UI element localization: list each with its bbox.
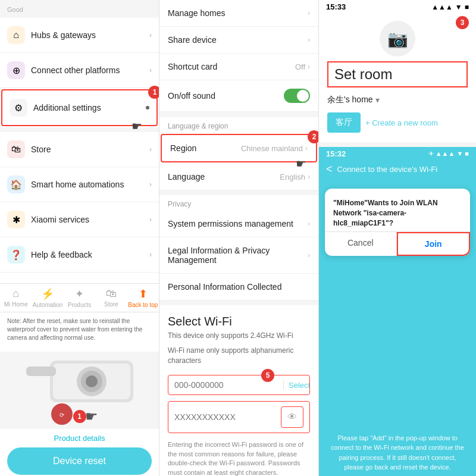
wifi-inputs: Select 5 👁	[159, 370, 318, 438]
region-row[interactable]: Region Chinese mainland › 2 ☛	[161, 134, 317, 162]
connect-header: < Connect to the device's Wi-Fi	[319, 161, 476, 181]
on-off-sound-row[interactable]: On/off sound	[159, 80, 318, 112]
room-button[interactable]: 客厅	[327, 112, 361, 133]
join-button[interactable]: Join	[397, 232, 471, 256]
nav-back-top[interactable]: ⬆ Back to top	[127, 287, 159, 308]
wifi-name-row[interactable]: Select	[168, 375, 310, 395]
language-value: English	[280, 173, 305, 181]
signal-icon: ▲▲▲	[431, 3, 453, 11]
help-icon: ❓	[7, 246, 25, 264]
language-section: Language & region Region Chinese mainlan…	[159, 117, 318, 190]
chevron-icon: ›	[305, 144, 308, 152]
back-top-label: Back to top	[128, 302, 158, 308]
dialog-title: "MiHome"Wants to Join WLAN Network "isa-…	[333, 198, 462, 228]
wifi-desc2: Wi-Fi name only supports alphanumeric ch…	[159, 346, 318, 371]
badge-4: 1	[73, 410, 86, 423]
legal-info-label: Legal Information & Privacy Management	[168, 246, 308, 265]
wifi-desc1: This device only supports 2.4GHz Wi-Fi	[159, 331, 318, 346]
connect-title: Connect to the device's Wi-Fi	[337, 165, 438, 174]
sidebar-item-additional[interactable]: ⚙ Additional settings 1 ☛	[1, 89, 158, 126]
divider	[159, 300, 318, 305]
sidebar-item-xiaomi[interactable]: ✱ Xiaomi services ›	[0, 202, 159, 237]
set-room-panel: 15:33 ▲▲▲ ▼ ■ 📷 3 Set room 余生's home ▾	[319, 0, 476, 142]
shortcut-card-row[interactable]: Shortcut card Off ›	[159, 54, 318, 80]
connect-wifi-panel: 15:32 ✈ ▲▲▲ ▼ ■ < Connect to the device'…	[319, 147, 476, 476]
products-label: Products	[68, 302, 91, 308]
wifi-name-input[interactable]	[174, 380, 278, 390]
chevron-icon: ›	[308, 9, 310, 17]
help-label: Help & feedback	[31, 250, 149, 259]
nav-automation[interactable]: ⚡ Automation	[32, 287, 63, 308]
wifi-pass-row[interactable]: 👁	[168, 401, 310, 433]
svg-rect-5	[26, 367, 56, 376]
wifi-hint: Entering the incorrect Wi-Fi password is…	[159, 438, 318, 476]
smart-home-label: Smart home automations	[31, 180, 149, 189]
camera-image-area: ⟳ ☛ 1	[0, 352, 159, 429]
nav-mi-home[interactable]: ⌂ Mi Home	[0, 287, 32, 308]
share-device-row[interactable]: Share device ›	[159, 27, 318, 54]
on-off-toggle[interactable]	[284, 89, 310, 103]
legal-info-row[interactable]: Legal Information & Privacy Management ›	[159, 237, 318, 274]
manage-homes-row[interactable]: Manage homes ›	[159, 0, 318, 27]
nav-store[interactable]: 🛍 Store	[95, 287, 127, 308]
reset-section: Note: After the reset, make sure to rein…	[0, 312, 159, 352]
region-value: Chinese mainland	[241, 144, 303, 153]
device-camera-icon: 📷	[380, 21, 415, 57]
settings-icon: ⚙	[10, 99, 27, 117]
camera-icon-row: 📷 3	[319, 14, 476, 61]
connect-label: Connect other platforms	[31, 65, 149, 75]
sidebar-item-smart-home[interactable]: 🏠 Smart home automations ›	[0, 167, 159, 202]
status-bar: Good	[0, 0, 159, 18]
language-label: Language	[168, 172, 280, 181]
system-perms-row[interactable]: System permissions management ›	[159, 211, 318, 237]
home-name-row[interactable]: 余生's home ▾	[319, 92, 476, 108]
chevron-icon: ›	[149, 66, 152, 74]
dialog-area: "MiHome"Wants to Join WLAN Network "isa-…	[319, 181, 476, 428]
device-reset-button[interactable]: Device reset	[7, 447, 152, 475]
wifi-dialog: "MiHome"Wants to Join WLAN Network "isa-…	[325, 189, 470, 256]
dot-indicator	[146, 106, 149, 109]
connect-icon: ⊕	[7, 61, 25, 79]
hubs-label: Hubs & gateways	[31, 30, 149, 40]
sidebar-item-hubs[interactable]: ⌂ Hubs & gateways ›	[0, 18, 159, 53]
product-details-link[interactable]: Product details	[0, 429, 159, 447]
shortcut-card-value: Off	[295, 62, 305, 71]
automation-icon: ⚡	[41, 287, 54, 300]
language-row[interactable]: Language English ›	[159, 164, 318, 190]
divider	[319, 142, 476, 147]
chevron-icon: ›	[308, 36, 310, 44]
cancel-button[interactable]: Cancel	[325, 232, 397, 256]
eye-icon[interactable]: 👁	[281, 406, 303, 428]
svg-point-4	[86, 375, 98, 387]
battery-icon: ■	[465, 3, 469, 11]
back-button[interactable]: <	[326, 163, 333, 176]
store-icon: 🛍	[7, 140, 25, 158]
wifi-select-button[interactable]: Select	[283, 381, 310, 390]
settings-top-section: Manage homes › Share device › Shortcut c…	[159, 0, 318, 112]
create-room-link[interactable]: + Create a new room	[365, 118, 438, 127]
nav-products[interactable]: ✦ Products	[64, 287, 95, 308]
sidebar-item-store[interactable]: 🛍 Store ›	[0, 132, 159, 167]
set-room-title: Set room	[327, 61, 468, 87]
panel-3: 15:33 ▲▲▲ ▼ ■ 📷 3 Set room 余生's home ▾	[319, 0, 476, 476]
products-icon: ✦	[75, 287, 84, 300]
phone-status-bar-2: 15:32 ✈ ▲▲▲ ▼ ■	[319, 147, 476, 161]
privacy-section-header: Privacy	[159, 195, 318, 211]
smart-home-icon: 🏠	[7, 176, 25, 193]
xiaomi-label: Xiaomi services	[31, 215, 149, 224]
time-display-2: 15:32	[326, 149, 346, 158]
language-section-header: Language & region	[159, 117, 318, 133]
dialog-actions: Cancel Join	[325, 231, 470, 256]
shortcut-card-label: Shortcut card	[168, 62, 295, 71]
personal-info-row[interactable]: Personal Information Collected	[159, 274, 318, 300]
store-label: Store	[31, 145, 149, 154]
mi-home-label: Mi Home	[4, 301, 28, 308]
badge-1: 1	[148, 86, 159, 99]
status-icons-1: ▲▲▲ ▼ ■	[431, 3, 469, 11]
svg-text:⟳: ⟳	[60, 412, 65, 418]
wifi-password-input[interactable]	[174, 412, 281, 422]
sidebar-item-help[interactable]: ❓ Help & feedback ›	[0, 237, 159, 273]
sidebar-item-connect[interactable]: ⊕ Connect other platforms ›	[0, 53, 159, 88]
divider	[159, 112, 318, 117]
menu-list: ⌂ Hubs & gateways › ⊕ Connect other plat…	[0, 18, 159, 283]
